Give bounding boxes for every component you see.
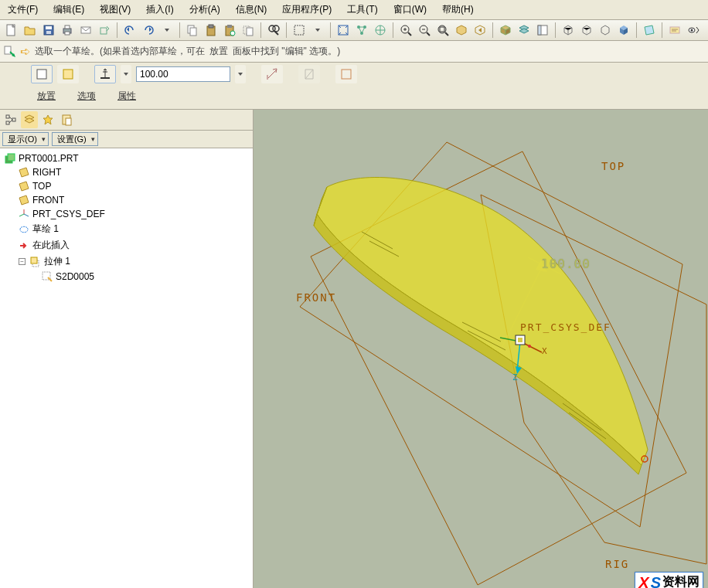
hint-text-c: 面板中找到 "编辑" 选项。) (233, 45, 340, 58)
orient-icon[interactable] (453, 22, 470, 39)
svg-rect-39 (670, 27, 679, 33)
no-hidden-icon[interactable] (597, 22, 614, 39)
menu-analysis[interactable]: 分析(A) (185, 2, 225, 18)
insert-here-icon (19, 240, 29, 251)
menu-window[interactable]: 窗口(W) (389, 2, 431, 18)
menu-bar: 文件(F) 编辑(E) 视图(V) 插入(I) 分析(A) 信息(N) 应用程序… (0, 0, 708, 20)
favorite-icon[interactable] (39, 111, 56, 128)
layer-tree-icon[interactable] (21, 111, 38, 128)
annotation-toggle-icon[interactable] (685, 22, 702, 39)
spin-icon[interactable] (372, 22, 389, 39)
dimension-label[interactable]: 100.00 (541, 257, 591, 271)
open-icon[interactable] (22, 22, 39, 39)
depth-input-flyout-icon[interactable] (235, 65, 246, 83)
hidden-line-icon[interactable] (578, 22, 595, 39)
svg-rect-53 (6, 115, 9, 118)
tree-item-sketch1[interactable]: 草绘 1 (2, 221, 251, 237)
tree-item-csys[interactable]: PRT_CSYS_DEF (2, 207, 251, 221)
menu-tools[interactable]: 工具(T) (342, 2, 382, 18)
sketch-icon (19, 224, 29, 235)
flip-direction-icon[interactable] (261, 65, 283, 83)
zoom-fit-icon[interactable] (434, 22, 451, 39)
view-manager-icon[interactable] (534, 22, 551, 39)
tree-label: PRT_CSYS_DEF (32, 209, 105, 219)
sidebar-dropdowns: 显示(O) 设置(G) (0, 131, 253, 148)
extrude-solid-icon[interactable] (31, 65, 53, 83)
layers-icon[interactable] (516, 22, 533, 39)
saved-view-icon[interactable] (497, 22, 514, 39)
tree-label: 在此插入 (32, 239, 70, 252)
graph-icon[interactable] (353, 22, 370, 39)
axis-x-label: X (542, 346, 549, 356)
svg-rect-54 (6, 121, 9, 124)
redo-icon[interactable] (140, 22, 157, 39)
paste-icon[interactable] (203, 22, 220, 39)
csys-label: PRT_CSYS_DEF (520, 321, 611, 333)
annotation-disp-icon[interactable] (666, 22, 683, 39)
copy-ref-icon[interactable] (240, 22, 257, 39)
show-dropdown[interactable]: 显示(O) (2, 132, 49, 146)
tree-root[interactable]: PRT0001.PRT (2, 151, 251, 165)
refit-icon[interactable] (335, 22, 352, 39)
thicken-sketch-icon[interactable] (335, 65, 357, 83)
copy-icon[interactable] (184, 22, 201, 39)
remove-material-icon[interactable] (298, 65, 320, 83)
menu-application[interactable]: 应用程序(P) (277, 2, 336, 18)
graphics-viewport[interactable]: TOP FRONT RIG 100.00 PRT_CSYS_DEF X Z XS… (254, 110, 708, 588)
collapse-icon[interactable]: − (19, 258, 26, 265)
depth-type-flyout-icon[interactable] (121, 65, 131, 83)
menu-insert[interactable]: 插入(I) (141, 2, 178, 18)
zoom-out-icon[interactable] (416, 22, 433, 39)
zoom-in-icon[interactable] (397, 22, 414, 39)
menu-view[interactable]: 视图(V) (95, 2, 135, 18)
svg-rect-38 (538, 25, 541, 35)
tree-item-extrude1[interactable]: − 拉伸 1 (2, 253, 251, 270)
toolbar-separator (260, 22, 261, 38)
tree-item-s2d0005[interactable]: S2D0005 (2, 270, 251, 284)
csys-icon (19, 209, 29, 219)
redo-flyout-icon[interactable] (158, 22, 175, 39)
svg-line-62 (19, 214, 24, 216)
menu-file[interactable]: 文件(F) (3, 2, 43, 18)
select-box-icon[interactable] (291, 22, 308, 39)
find-icon[interactable] (265, 22, 282, 39)
expand-tree-icon[interactable] (58, 111, 75, 128)
regenerate-icon[interactable] (96, 22, 113, 39)
tab-placement[interactable]: 放置 (31, 87, 62, 109)
paste-special-icon[interactable] (221, 22, 238, 39)
wireframe-icon[interactable] (560, 22, 577, 39)
model-tree[interactable]: PRT0001.PRT RIGHT TOP FRONT PRT_CSYS_DEF… (0, 148, 253, 588)
undo-icon[interactable] (121, 22, 138, 39)
menu-info[interactable]: 信息(N) (231, 2, 272, 18)
prev-view-icon[interactable] (471, 22, 488, 39)
datum-plane-icon (19, 181, 29, 192)
datum-plane-toggle-icon[interactable] (641, 22, 658, 39)
menu-help[interactable]: 帮助(H) (437, 2, 478, 18)
toolbar-separator (662, 22, 662, 38)
toolbar-separator (492, 22, 493, 38)
new-icon[interactable] (3, 22, 20, 39)
sidebar-toolbar (0, 110, 253, 131)
save-icon[interactable] (40, 22, 57, 39)
depth-input[interactable] (136, 66, 230, 82)
tree-view-icon[interactable] (2, 111, 19, 128)
tree-item-right[interactable]: RIGHT (2, 165, 251, 179)
depth-type-icon[interactable] (94, 65, 116, 83)
settings-dropdown[interactable]: 设置(G) (52, 132, 98, 146)
tree-item-top[interactable]: TOP (2, 179, 251, 193)
axis-z-label: Z (512, 372, 519, 382)
extrude-surface-icon[interactable] (57, 65, 79, 83)
dashboard-tabs: 放置 选项 属性 (31, 87, 677, 109)
tree-item-insert[interactable]: 在此插入 (2, 237, 251, 253)
menu-edit[interactable]: 编辑(E) (49, 2, 89, 18)
shaded-icon[interactable] (615, 22, 632, 39)
tab-properties[interactable]: 属性 (111, 87, 142, 109)
mail-icon[interactable] (77, 22, 94, 39)
tree-item-front[interactable]: FRONT (2, 193, 251, 207)
select-flyout-icon[interactable] (309, 22, 326, 39)
tab-options[interactable]: 选项 (71, 87, 102, 109)
svg-rect-3 (46, 31, 51, 34)
watermark-logo-x: X (638, 576, 648, 589)
print-icon[interactable] (59, 22, 76, 39)
hint-text-a: 选取一个草绘。(如果首选内部草绘，可在 (35, 45, 205, 58)
